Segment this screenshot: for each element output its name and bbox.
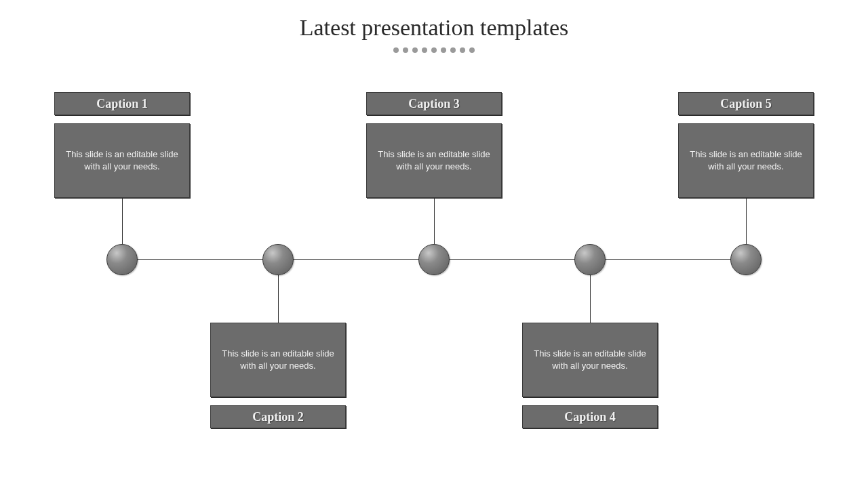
connector-1: [122, 197, 123, 244]
dot-icon: [422, 47, 427, 53]
dot-icon: [431, 47, 437, 53]
desc-5: This slide is an editable slide with all…: [678, 123, 814, 198]
page-title: Latest presentation templates: [0, 15, 868, 41]
desc-1: This slide is an editable slide with all…: [54, 123, 190, 198]
node-1: [106, 244, 138, 275]
caption-1: Caption 1: [54, 92, 190, 115]
caption-4: Caption 4: [522, 405, 658, 428]
desc-4: This slide is an editable slide with all…: [522, 323, 658, 397]
caption-5: Caption 5: [678, 92, 814, 115]
dot-icon: [460, 47, 465, 53]
connector-3: [434, 197, 435, 244]
node-3: [418, 244, 450, 275]
connector-2: [278, 275, 279, 323]
node-5: [730, 244, 762, 275]
dot-icon: [412, 47, 418, 53]
desc-2: This slide is an editable slide with all…: [210, 323, 346, 397]
connector-4: [590, 275, 591, 323]
node-2: [262, 244, 294, 275]
dot-icon: [441, 47, 446, 53]
dot-icon: [469, 47, 475, 53]
connector-5: [746, 197, 747, 244]
desc-3: This slide is an editable slide with all…: [366, 123, 502, 198]
caption-2: Caption 2: [210, 405, 346, 428]
caption-3: Caption 3: [366, 92, 502, 115]
node-4: [574, 244, 606, 275]
dot-icon: [393, 47, 399, 53]
title-dots: [0, 47, 868, 53]
dot-icon: [450, 47, 456, 53]
dot-icon: [403, 47, 408, 53]
